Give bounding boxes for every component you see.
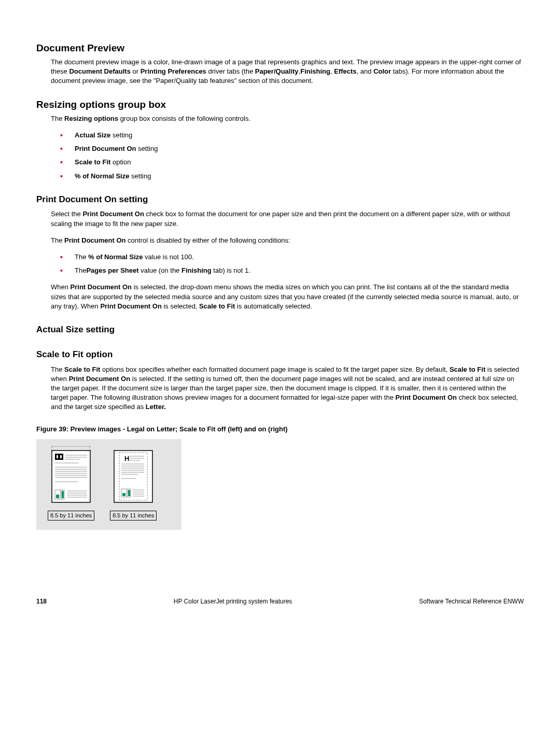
pdo-para-3: When Print Document On is selected, the … bbox=[51, 283, 524, 311]
heading-resizing-options: Resizing options group box bbox=[36, 98, 524, 112]
stf-para: The Scale to Fit options box specifies w… bbox=[51, 365, 524, 412]
figure-container: 8.5 by 11 inches H bbox=[36, 439, 181, 530]
page-number: 118 bbox=[36, 597, 47, 606]
svg-rect-5 bbox=[57, 455, 58, 458]
pdo-bullet-list: The % of Normal Size value is not 100. T… bbox=[51, 252, 524, 275]
doc-preview-paragraph: The document preview image is a color, l… bbox=[51, 58, 524, 86]
body-scale-to-fit: The Scale to Fit options box specifies w… bbox=[51, 365, 524, 412]
figure-caption: Figure 39: Preview images - Legal on Let… bbox=[36, 425, 524, 434]
svg-rect-40 bbox=[122, 493, 125, 496]
heading-scale-to-fit: Scale to Fit option bbox=[36, 348, 524, 361]
section-actual-size: Actual Size setting bbox=[36, 324, 524, 336]
resizing-intro: The Resizing options group box consists … bbox=[51, 114, 524, 123]
body-document-preview: The document preview image is a color, l… bbox=[51, 58, 524, 86]
section-document-preview: Document Preview The document preview im… bbox=[36, 41, 524, 86]
svg-rect-42 bbox=[128, 490, 130, 496]
list-item: Scale to Fit option bbox=[51, 158, 524, 167]
svg-text:H: H bbox=[124, 455, 129, 462]
list-item: % of Normal Size setting bbox=[51, 172, 524, 181]
svg-rect-19 bbox=[56, 495, 59, 498]
heading-print-document-on: Print Document On setting bbox=[36, 193, 524, 206]
list-item: Print Document On setting bbox=[51, 144, 524, 153]
body-print-document-on: Select the Print Document On check box t… bbox=[51, 209, 524, 311]
section-resizing-options: Resizing options group box The Resizing … bbox=[36, 98, 524, 181]
preview-right: H 8.5 by 11 inches bbox=[110, 445, 157, 521]
pdo-para-2: The Print Document On control is disable… bbox=[51, 236, 524, 245]
heading-actual-size: Actual Size setting bbox=[36, 324, 524, 336]
page-preview-left-icon bbox=[48, 445, 94, 508]
page-footer: 118 HP Color LaserJet printing system fe… bbox=[36, 597, 524, 606]
heading-document-preview: Document Preview bbox=[36, 41, 524, 55]
svg-rect-21 bbox=[62, 491, 64, 498]
footer-center: HP Color LaserJet printing system featur… bbox=[174, 597, 292, 606]
size-label-right: 8.5 by 11 inches bbox=[110, 511, 157, 521]
page-preview-right-icon: H bbox=[110, 445, 157, 508]
preview-left: 8.5 by 11 inches bbox=[48, 445, 94, 521]
section-print-document-on: Print Document On setting Select the Pri… bbox=[36, 193, 524, 311]
list-item: Actual Size setting bbox=[51, 131, 524, 140]
list-item: The % of Normal Size value is not 100. bbox=[51, 252, 524, 262]
svg-rect-4 bbox=[55, 454, 63, 460]
body-resizing-options: The Resizing options group box consists … bbox=[51, 114, 524, 181]
size-label-left: 8.5 by 11 inches bbox=[48, 511, 94, 521]
list-item: ThePages per Sheet value (on the Finishi… bbox=[51, 266, 524, 275]
pdo-para-1: Select the Print Document On check box t… bbox=[51, 209, 524, 228]
resizing-bullet-list: Actual Size setting Print Document On se… bbox=[51, 131, 524, 181]
section-scale-to-fit: Scale to Fit option The Scale to Fit opt… bbox=[36, 348, 524, 412]
svg-rect-6 bbox=[60, 455, 62, 458]
footer-right: Software Technical Reference ENWW bbox=[419, 597, 524, 606]
